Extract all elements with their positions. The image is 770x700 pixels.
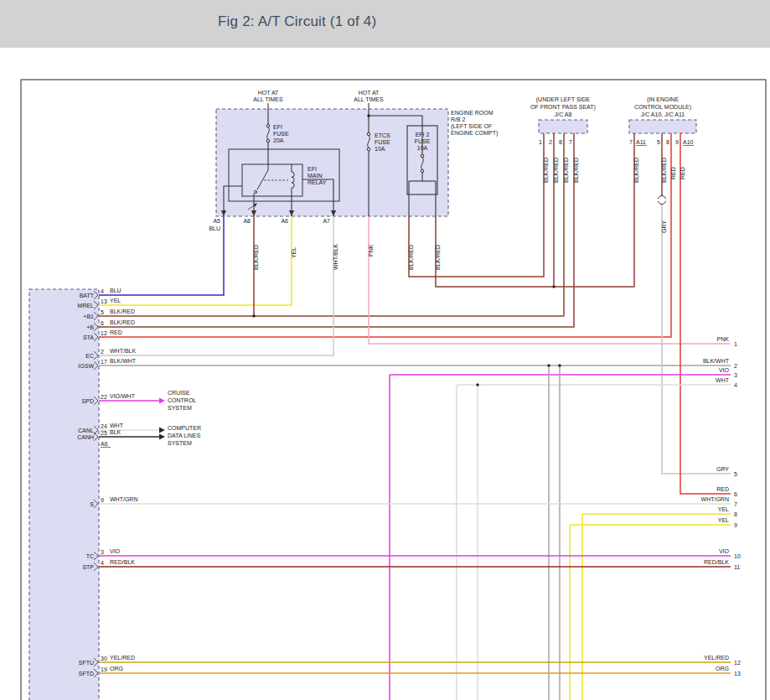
engine-room-label: R/B 2: [451, 117, 466, 122]
efi-fuse-label: FUSE: [273, 131, 289, 137]
ecm-pin-number: 9: [101, 497, 104, 503]
data-lines-ref: DATA LINES: [168, 433, 201, 438]
ecm-pin-number: 5: [101, 309, 104, 315]
efi2-fuse-label: EFI 2: [416, 132, 430, 137]
edge-pin-number: 5: [734, 471, 737, 477]
ecm-wire-label: WHT: [110, 423, 124, 428]
junction-dot: [367, 114, 369, 117]
efi-main-relay-label: MAIN: [307, 173, 323, 179]
ecm-wire-label: VIO: [110, 548, 121, 554]
edge-wire-label: VIO: [719, 367, 730, 373]
ecm-pin-name: CANL: [78, 428, 94, 433]
edge-pin-number: 11: [734, 564, 740, 570]
cruise-control-ref: CONTROL: [168, 397, 196, 403]
ecm-wire-label: ORG: [110, 666, 123, 671]
edge-wire-label: YEL: [718, 506, 729, 512]
ecm-pin-number: 13: [101, 298, 107, 304]
ecm-pin-name: MREL: [78, 303, 95, 309]
edge-pin-number: 9: [734, 522, 737, 528]
ecm-pin-number: 12: [101, 330, 107, 336]
ecm-pin-name: CANH: [77, 434, 94, 440]
wire-color-label: BLK/RED: [553, 158, 559, 183]
ecm-pin-number: 2: [101, 349, 104, 355]
etcs-fuse-label: FUSE: [375, 139, 390, 145]
ecm-wire-label: RED/BLK: [110, 559, 135, 565]
jc-a8-pin: 8: [559, 139, 562, 145]
edge-wire-label: WHT: [716, 377, 730, 383]
edge-wire-label: PNK: [717, 336, 730, 342]
wire-color-label: PNK: [368, 244, 374, 257]
cruise-control-ref: CRUISE: [168, 390, 190, 396]
ecm-wire-label: BLU: [110, 288, 121, 293]
ecm-wire-label: RED: [110, 329, 122, 335]
ecm-pin-name: STP: [82, 564, 94, 570]
ecm-pin-number: 30: [101, 656, 107, 661]
ecm-jc-heading: CONTROL MODULE): [634, 104, 691, 111]
ecm-jc-pin: 8: [666, 139, 669, 145]
efi2-fuse-label: 10A: [417, 145, 428, 151]
ecm-pin-name: EC: [85, 353, 94, 359]
connector-pin-label: A5: [213, 218, 220, 224]
wire-color-label: BLK/RED: [661, 158, 667, 183]
wire-color-label: BLK/RED: [408, 245, 414, 270]
wire-color-label: BLU: [209, 226, 220, 231]
cruise-control-ref: SYSTEM: [168, 405, 192, 411]
ecm-wire-label: BLK: [110, 429, 121, 435]
data-lines-ref: SYSTEM: [168, 440, 192, 446]
edge-pin-number: 4: [734, 382, 737, 388]
ecm-pin-number: 4: [101, 288, 104, 294]
junction-dot: [552, 285, 555, 288]
ecm-jc-connector-box: [629, 120, 696, 133]
edge-wire-label: YEL: [718, 517, 729, 523]
jc-a8-connector-box: [539, 120, 587, 133]
ecm-jc-pin: 7: [629, 139, 633, 145]
ecm-jc-pin: A10: [683, 139, 694, 145]
jc-a8-heading: J/C A8: [555, 111, 572, 117]
edge-pin-number: 3: [734, 372, 737, 378]
mitchell-wiring-diagram-page: Fig 2: A/T Circuit (1 of 4) BATT4BLUMREL…: [0, 0, 770, 700]
junction-dot: [558, 364, 561, 366]
wire-color-label: RED: [680, 167, 685, 179]
ecm-wire-label: WHT/BLK: [110, 348, 136, 354]
ecm-wire-label: YEL: [110, 298, 121, 303]
junction-dot: [252, 314, 255, 317]
ecm-pin-name: SFTU: [79, 660, 94, 666]
wire-color-label: BLK/RED: [563, 158, 569, 183]
connector-pin-label: A8: [243, 218, 251, 224]
edge-wire-label: BLK/WHT: [703, 358, 730, 364]
edge-wire-label: RED: [716, 486, 729, 492]
edge-wire-label: VIO: [719, 548, 730, 554]
ecm-pin-name: S: [90, 501, 94, 507]
edge-pin-number: 12: [734, 660, 741, 666]
ecm-wire-label: VIO/WHT: [110, 393, 136, 399]
ecm-pin-number: 17: [101, 359, 107, 365]
edge-pin-number: 6: [734, 491, 737, 497]
data-lines-ref: COMPUTER: [168, 425, 201, 431]
edge-wire-label: WHT/GRN: [701, 496, 729, 502]
ecm-jc-pin: 5: [657, 139, 660, 145]
junction-dot: [476, 383, 478, 386]
ecm-pin-name: BATT: [80, 293, 95, 298]
jc-a8-pin: 7: [569, 139, 572, 145]
ecm-pin-number: 25: [101, 430, 107, 436]
edge-pin-number: 10: [734, 553, 741, 559]
edge-wire-label: GRY: [716, 466, 729, 472]
edge-pin-number: 1: [734, 341, 737, 347]
jc-a8-pin: 1: [539, 139, 542, 145]
wire-color-label: BLK/RED: [633, 158, 639, 183]
ecm-pin-number: 22: [101, 394, 107, 400]
jc-a8-heading: OF FRONT PASS SEAT): [530, 104, 596, 111]
etcs-fuse-label: 10A: [375, 146, 385, 152]
ecm-connector-label: A6: [101, 441, 108, 447]
engine-room-rb2-box: [216, 109, 448, 216]
ecm-jc-pin: A11: [636, 139, 646, 145]
jc-a8-heading: (UNDER LEFT SIDE: [536, 96, 591, 103]
edge-pin-number: 7: [734, 501, 737, 507]
engine-room-label: ENGINE ROOM: [451, 110, 494, 116]
edge-pin-number: 13: [734, 671, 741, 677]
edge-wire-label: RED/BLK: [704, 559, 729, 565]
efi-fuse-label: EFI: [273, 124, 282, 130]
ecm-pin-name: +B1: [83, 314, 94, 319]
efi-main-relay-label: RELAY: [307, 179, 327, 185]
ecm-jc-heading: (IN ENGINE: [647, 96, 679, 103]
